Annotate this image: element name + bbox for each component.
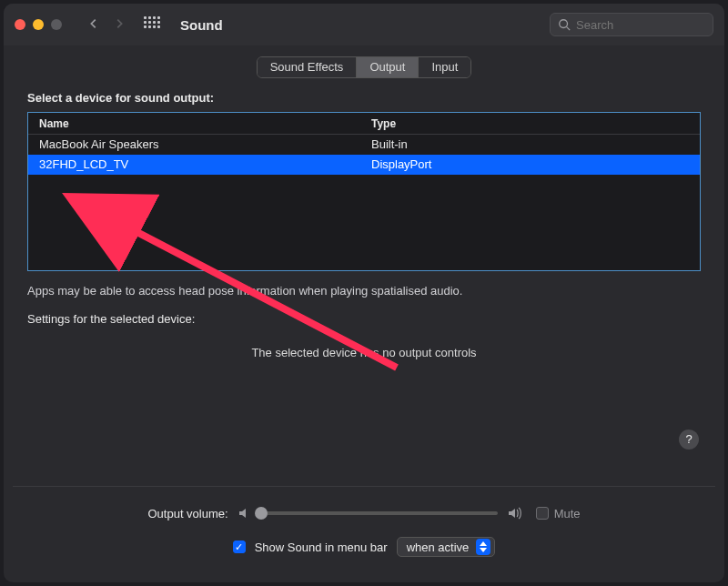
- menubar-row: Show Sound in menu bar when active: [4, 537, 724, 557]
- settings-for-device-label: Settings for the selected device:: [27, 312, 701, 326]
- nav-buttons: [87, 17, 126, 33]
- device-row[interactable]: MacBook Air Speakers Built-in: [28, 135, 700, 155]
- svg-point-0: [560, 20, 568, 28]
- tabs: Sound Effects Output Input: [257, 56, 472, 78]
- mute-checkbox[interactable]: [536, 507, 549, 520]
- volume-high-icon: [507, 506, 521, 520]
- tab-input[interactable]: Input: [418, 57, 470, 77]
- tabs-container: Sound Effects Output Input: [4, 56, 724, 78]
- output-volume-label: Output volume:: [147, 507, 228, 520]
- select-value: when active: [407, 541, 470, 554]
- device-row[interactable]: 32FHD_LCD_TV DisplayPort: [28, 155, 700, 175]
- select-device-label: Select a device for sound output:: [27, 91, 701, 105]
- help-button[interactable]: ?: [679, 429, 699, 450]
- search-field[interactable]: [550, 13, 713, 36]
- volume-thumb[interactable]: [255, 507, 268, 520]
- device-type: DisplayPort: [371, 155, 700, 175]
- maximize-button[interactable]: [51, 19, 62, 30]
- no-output-controls: The selected device has no output contro…: [27, 346, 701, 359]
- tab-output[interactable]: Output: [356, 57, 418, 77]
- search-icon: [558, 17, 571, 32]
- device-name: 32FHD_LCD_TV: [39, 155, 371, 175]
- output-volume-row: Output volume: Mute: [4, 506, 724, 520]
- volume-slider[interactable]: [261, 511, 498, 515]
- show-in-menubar-label: Show Sound in menu bar: [255, 541, 388, 554]
- titlebar: Sound: [4, 4, 724, 45]
- tab-sound-effects[interactable]: Sound Effects: [258, 57, 357, 77]
- column-header-name[interactable]: Name: [39, 113, 371, 134]
- device-name: MacBook Air Speakers: [39, 135, 371, 155]
- mute-label: Mute: [554, 507, 581, 520]
- close-button[interactable]: [15, 19, 25, 30]
- show-in-menubar-checkbox[interactable]: [233, 541, 246, 553]
- mute-control[interactable]: Mute: [536, 507, 581, 520]
- window-title: Sound: [180, 17, 223, 33]
- device-type: Built-in: [371, 135, 700, 155]
- spatial-audio-hint: Apps may be able to access head pose inf…: [27, 284, 701, 298]
- search-input[interactable]: [576, 18, 705, 32]
- stepper-icon: [476, 539, 490, 555]
- forward-button[interactable]: [113, 17, 126, 33]
- content: Select a device for sound output: Name T…: [4, 78, 724, 359]
- menubar-when-select[interactable]: when active: [397, 537, 496, 557]
- device-list[interactable]: Name Type MacBook Air Speakers Built-in …: [27, 112, 701, 271]
- back-button[interactable]: [87, 17, 100, 33]
- all-prefs-icon[interactable]: [144, 16, 160, 33]
- divider: [13, 486, 715, 487]
- window-controls: [15, 19, 62, 30]
- minimize-button[interactable]: [33, 19, 44, 30]
- column-header-type[interactable]: Type: [371, 113, 700, 134]
- device-list-header: Name Type: [28, 113, 700, 135]
- volume-low-icon: [238, 506, 252, 520]
